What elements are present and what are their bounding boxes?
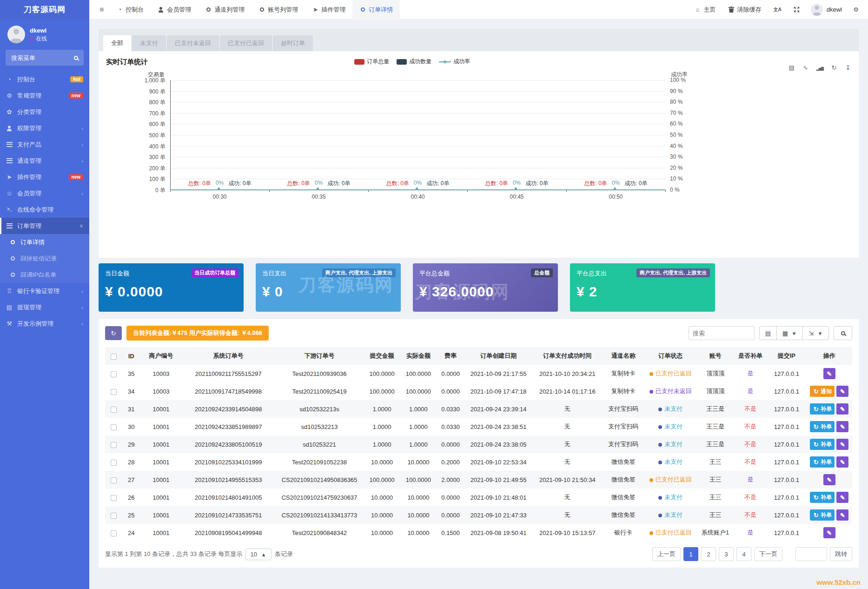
tab-未支付[interactable]: 未支付 <box>132 35 166 51</box>
sidebar-item-插件管理[interactable]: ➤插件管理new <box>0 169 89 185</box>
data-point-marker[interactable] <box>416 187 418 190</box>
edit-button[interactable]: ✎ <box>836 456 848 468</box>
sidebar-item-在线命令管理[interactable]: >_在线命令管理 <box>0 201 89 218</box>
page-size-select[interactable]: 10 ▴ <box>245 549 271 560</box>
legend-item-成功数量[interactable]: 成功数量 <box>397 58 431 66</box>
tab-全部[interactable]: 全部 <box>103 35 131 51</box>
user-avatar[interactable] <box>7 26 25 43</box>
cell-fee: 0.0000 <box>437 435 464 453</box>
sidebar-item-控制台[interactable]: ◔控制台hot <box>0 71 89 87</box>
pagination-prev[interactable]: 上一页 <box>652 547 681 561</box>
bar-chart-button[interactable]: ▂▅▇ <box>816 64 823 71</box>
edit-button[interactable]: ✎ <box>836 439 848 450</box>
sidebar-item-支付产品[interactable]: 支付产品‹ <box>0 136 89 153</box>
edit-button[interactable]: ✎ <box>823 368 835 379</box>
row-checkbox[interactable] <box>111 460 117 466</box>
sidebar-item-订单详情[interactable]: 订单详情 <box>0 234 89 250</box>
topbar-item-会员管理[interactable]: 会员管理 <box>151 0 198 20</box>
data-point-marker[interactable] <box>614 187 616 190</box>
data-point-marker[interactable] <box>317 187 319 190</box>
sidebar-item-会员管理[interactable]: ☺会员管理‹ <box>0 185 89 201</box>
jump-page-input[interactable] <box>795 547 827 561</box>
edit-button[interactable]: ✎ <box>836 509 848 521</box>
row-checkbox[interactable] <box>111 442 117 448</box>
sidebar-item-提现管理[interactable]: ▤提现管理‹ <box>0 299 89 315</box>
sidebar-item-通道管理[interactable]: 通道管理‹ <box>0 153 89 169</box>
circle-icon <box>359 7 366 12</box>
row-checkbox[interactable] <box>111 371 117 377</box>
pagination-page-2[interactable]: 2 <box>701 547 716 561</box>
tab-已支付未返回[interactable]: 已支付未返回 <box>167 35 219 51</box>
pagination-next[interactable]: 下一页 <box>754 547 782 561</box>
hamburger-icon[interactable]: ≡ <box>94 6 109 14</box>
topbar-item-通道列管理[interactable]: 通道列管理 <box>198 0 252 20</box>
row-checkbox[interactable] <box>111 477 117 483</box>
sidebar-item-订单管理[interactable]: 订单管理∨ <box>0 218 89 234</box>
edit-button[interactable]: ✎ <box>836 386 848 397</box>
row-checkbox[interactable] <box>111 495 117 501</box>
columns-button[interactable]: ▦▾ <box>776 326 803 340</box>
topbar-item-插件管理[interactable]: ➤插件管理 <box>305 0 352 20</box>
translate-button[interactable]: 文A <box>768 0 788 20</box>
edit-button[interactable]: ✎ <box>823 527 835 538</box>
row-checkbox[interactable] <box>111 424 117 430</box>
row-checkbox[interactable] <box>111 407 117 413</box>
legend-item-订单总量[interactable]: 订单总量 <box>354 58 389 66</box>
reissue-button[interactable]: ↻补单 <box>810 509 835 521</box>
chevron-left-icon: ‹ <box>81 158 83 164</box>
select-all-checkbox[interactable] <box>111 354 117 360</box>
legend-item-成功率[interactable]: 成功率 <box>439 58 470 66</box>
reissue-button[interactable]: ↻补单 <box>810 403 835 415</box>
reissue-button[interactable]: ↻补单 <box>810 421 835 432</box>
sidebar-item-银行卡验证管理[interactable]: ♖银行卡验证管理‹ <box>0 283 89 299</box>
fullscreen-button[interactable] <box>788 0 806 20</box>
data-point-marker[interactable] <box>218 187 220 190</box>
row-checkbox[interactable] <box>111 513 117 519</box>
reissue-button[interactable]: ↻补单 <box>810 456 835 468</box>
data-view-button[interactable]: ▤ <box>788 64 795 71</box>
topbar-item-账号列管理[interactable]: 账号列管理 <box>252 0 305 20</box>
cell-checkbox <box>105 524 122 542</box>
sidebar-item-开发示例管理[interactable]: ⚒开发示例管理‹ <box>0 315 89 332</box>
toggle-pagination-button[interactable]: ▤ <box>759 326 777 340</box>
cell-amount: 1.0000 <box>364 418 400 435</box>
row-checkbox[interactable] <box>111 530 117 536</box>
user-menu[interactable]: dkewl <box>806 4 847 16</box>
pagination-page-3[interactable]: 3 <box>719 547 734 561</box>
sidebar-item-回掉短信记录[interactable]: 回掉短信记录 <box>0 250 89 267</box>
topbar-item-控制台[interactable]: ◔控制台 <box>109 0 151 20</box>
sidebar-item-分类管理[interactable]: ✿分类管理 <box>0 104 89 120</box>
download-chart-button[interactable]: ↧ <box>845 64 851 71</box>
export-button[interactable]: ⇲▾ <box>802 326 829 340</box>
reissue-button[interactable]: ↻补单 <box>810 492 835 503</box>
refresh-table-button[interactable]: ↻ <box>105 326 122 340</box>
cell-reissue-flag: 是 <box>734 471 767 489</box>
edit-button[interactable]: ✎ <box>836 421 848 432</box>
edit-button[interactable]: ✎ <box>836 492 848 503</box>
table-search-input[interactable] <box>689 326 755 340</box>
notify-button[interactable]: ↻通知 <box>810 386 835 397</box>
line-chart-button[interactable]: ∿ <box>802 64 809 71</box>
refresh-chart-button[interactable]: ↻ <box>831 64 837 71</box>
tab-已支付已返回[interactable]: 已支付已返回 <box>220 35 272 51</box>
sidebar-search-input[interactable] <box>10 54 73 62</box>
cell-merchant: 10003 <box>140 365 181 382</box>
table-search-button[interactable] <box>834 326 852 340</box>
pagination-page-4[interactable]: 4 <box>736 547 751 561</box>
edit-button[interactable]: ✎ <box>836 403 848 415</box>
sidebar-item-常规管理[interactable]: ⚙常规管理new <box>0 87 89 104</box>
sidebar-item-权限管理[interactable]: 权限管理‹ <box>0 120 89 136</box>
pagination-page-1[interactable]: 1 <box>683 547 698 561</box>
reissue-button[interactable]: ↻补单 <box>810 439 835 450</box>
edit-button[interactable]: ✎ <box>823 474 835 485</box>
home-button[interactable]: ⌂ 主页 <box>689 0 722 20</box>
tab-超时订单[interactable]: 超时订单 <box>273 35 313 51</box>
topbar-item-订单详情[interactable]: 订单详情 <box>352 0 400 20</box>
row-checkbox[interactable] <box>111 389 117 395</box>
clear-cache-button[interactable]: 清除缓存 <box>722 0 768 20</box>
jump-button[interactable]: 跳转 <box>830 547 852 561</box>
sidebar-item-回调IP白名单[interactable]: 回调IP白名单 <box>0 267 89 283</box>
grid-icon: ▦ <box>782 330 788 336</box>
settings-button[interactable]: ⚙ <box>847 0 865 20</box>
data-point-marker[interactable] <box>515 187 517 190</box>
